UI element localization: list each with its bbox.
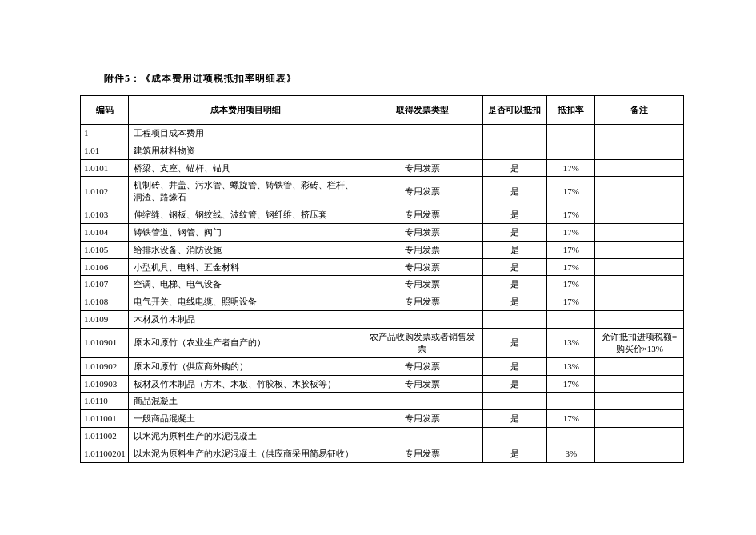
cell-code: 1.0104 bbox=[81, 223, 129, 241]
cell-rate: 17% bbox=[547, 258, 595, 276]
cell-rate: 17% bbox=[547, 375, 595, 393]
cell-invoice bbox=[362, 428, 482, 445]
cell-item: 一般商品混凝土 bbox=[129, 410, 362, 428]
table-row: 1.01建筑用材料物资 bbox=[81, 142, 684, 159]
header-item: 成本费用项目明细 bbox=[129, 96, 362, 125]
cell-remark bbox=[595, 142, 684, 159]
header-code: 编码 bbox=[81, 96, 129, 125]
cell-invoice: 专用发票 bbox=[362, 276, 482, 293]
cell-deduct: 是 bbox=[482, 206, 546, 224]
cell-remark bbox=[595, 223, 684, 241]
cell-remark bbox=[595, 375, 684, 393]
cell-deduct: 是 bbox=[482, 276, 546, 293]
cell-rate bbox=[547, 124, 595, 142]
cell-remark bbox=[595, 393, 684, 410]
cell-deduct: 是 bbox=[482, 445, 546, 462]
cell-code: 1.010902 bbox=[81, 357, 129, 375]
table-row: 1.0108电气开关、电线电缆、照明设备专用发票是17% bbox=[81, 293, 684, 311]
cell-deduct: 是 bbox=[482, 410, 546, 428]
cell-invoice: 专用发票 bbox=[362, 293, 482, 311]
cell-remark bbox=[595, 159, 684, 177]
cell-invoice bbox=[362, 393, 482, 410]
table-row: 1.0107空调、电梯、电气设备专用发票是17% bbox=[81, 276, 684, 293]
cell-code: 1.010901 bbox=[81, 328, 129, 357]
cell-item: 机制砖、井盖、污水管、螺旋管、铸铁管、彩砖、栏杆、洞渣、路缘石 bbox=[129, 177, 362, 206]
cell-rate: 17% bbox=[547, 410, 595, 428]
cell-invoice: 专用发票 bbox=[362, 445, 482, 462]
cell-code: 1 bbox=[81, 124, 129, 142]
table-row: 1工程项目成本费用 bbox=[81, 124, 684, 142]
cell-item: 商品混凝土 bbox=[129, 393, 362, 410]
cell-rate: 13% bbox=[547, 328, 595, 357]
cell-deduct: 是 bbox=[482, 177, 546, 206]
cell-rate: 3% bbox=[547, 445, 595, 462]
cell-rate: 17% bbox=[547, 177, 595, 206]
cell-rate: 17% bbox=[547, 293, 595, 311]
cell-deduct bbox=[482, 393, 546, 410]
cell-invoice: 农产品收购发票或者销售发票 bbox=[362, 328, 482, 357]
cell-item: 给排水设备、消防设施 bbox=[129, 241, 362, 258]
header-deduct: 是否可以抵扣 bbox=[482, 96, 546, 125]
cell-invoice: 专用发票 bbox=[362, 375, 482, 393]
cell-deduct: 是 bbox=[482, 223, 546, 241]
cell-code: 1.011002 bbox=[81, 428, 129, 445]
cell-invoice: 专用发票 bbox=[362, 159, 482, 177]
cell-invoice bbox=[362, 311, 482, 329]
cell-item: 铸铁管道、钢管、阀门 bbox=[129, 223, 362, 241]
cell-invoice bbox=[362, 124, 482, 142]
cell-remark bbox=[595, 357, 684, 375]
cell-remark bbox=[595, 124, 684, 142]
table-row: 1.010903板材及竹木制品（方木、木板、竹胶板、木胶板等）专用发票是17% bbox=[81, 375, 684, 393]
cell-code: 1.0106 bbox=[81, 258, 129, 276]
cell-invoice: 专用发票 bbox=[362, 258, 482, 276]
cell-remark bbox=[595, 206, 684, 224]
cell-code: 1.0105 bbox=[81, 241, 129, 258]
cell-remark bbox=[595, 410, 684, 428]
cell-code: 1.0102 bbox=[81, 177, 129, 206]
page-title: 附件5：《成本费用进项税抵扣率明细表》 bbox=[104, 72, 684, 86]
cell-rate: 17% bbox=[547, 276, 595, 293]
cell-rate bbox=[547, 428, 595, 445]
table-row: 1.01100201以水泥为原料生产的水泥混凝土（供应商采用简易征收）专用发票是… bbox=[81, 445, 684, 462]
cell-deduct: 是 bbox=[482, 241, 546, 258]
cell-deduct bbox=[482, 124, 546, 142]
cell-rate: 17% bbox=[547, 223, 595, 241]
table-row: 1.011001一般商品混凝土专用发票是17% bbox=[81, 410, 684, 428]
table-row: 1.011002以水泥为原料生产的水泥混凝土 bbox=[81, 428, 684, 445]
cell-item: 木材及竹木制品 bbox=[129, 311, 362, 329]
cell-invoice: 专用发票 bbox=[362, 223, 482, 241]
cell-rate: 17% bbox=[547, 159, 595, 177]
cell-deduct bbox=[482, 142, 546, 159]
cell-remark bbox=[595, 177, 684, 206]
cell-deduct: 是 bbox=[482, 293, 546, 311]
cell-code: 1.0109 bbox=[81, 311, 129, 329]
header-rate: 抵扣率 bbox=[547, 96, 595, 125]
table-row: 1.0104铸铁管道、钢管、阀门专用发票是17% bbox=[81, 223, 684, 241]
cell-code: 1.01 bbox=[81, 142, 129, 159]
cell-invoice: 专用发票 bbox=[362, 177, 482, 206]
cell-item: 电气开关、电线电缆、照明设备 bbox=[129, 293, 362, 311]
cell-code: 1.010903 bbox=[81, 375, 129, 393]
cell-invoice: 专用发票 bbox=[362, 206, 482, 224]
table-row: 1.0103伸缩缝、钢板、钢绞线、波纹管、钢纤维、挤压套专用发票是17% bbox=[81, 206, 684, 224]
cell-rate bbox=[547, 393, 595, 410]
cell-rate: 17% bbox=[547, 241, 595, 258]
cell-code: 1.0101 bbox=[81, 159, 129, 177]
cell-code: 1.0107 bbox=[81, 276, 129, 293]
table-row: 1.0102机制砖、井盖、污水管、螺旋管、铸铁管、彩砖、栏杆、洞渣、路缘石专用发… bbox=[81, 177, 684, 206]
cell-item: 工程项目成本费用 bbox=[129, 124, 362, 142]
cell-deduct bbox=[482, 311, 546, 329]
cell-remark bbox=[595, 241, 684, 258]
document-page: 附件5：《成本费用进项税抵扣率明细表》 编码 成本费用项目明细 取得发票类型 是… bbox=[0, 0, 756, 463]
cell-code: 1.011001 bbox=[81, 410, 129, 428]
header-invoice: 取得发票类型 bbox=[362, 96, 482, 125]
cell-invoice: 专用发票 bbox=[362, 241, 482, 258]
cell-deduct: 是 bbox=[482, 328, 546, 357]
header-remark: 备注 bbox=[595, 96, 684, 125]
cell-item: 板材及竹木制品（方木、木板、竹胶板、木胶板等） bbox=[129, 375, 362, 393]
cell-invoice: 专用发票 bbox=[362, 357, 482, 375]
cell-item: 原木和原竹（农业生产者自产的） bbox=[129, 328, 362, 357]
table-row: 1.010901原木和原竹（农业生产者自产的）农产品收购发票或者销售发票是13%… bbox=[81, 328, 684, 357]
table-row: 1.0106小型机具、电料、五金材料专用发票是17% bbox=[81, 258, 684, 276]
table-row: 1.0109木材及竹木制品 bbox=[81, 311, 684, 329]
